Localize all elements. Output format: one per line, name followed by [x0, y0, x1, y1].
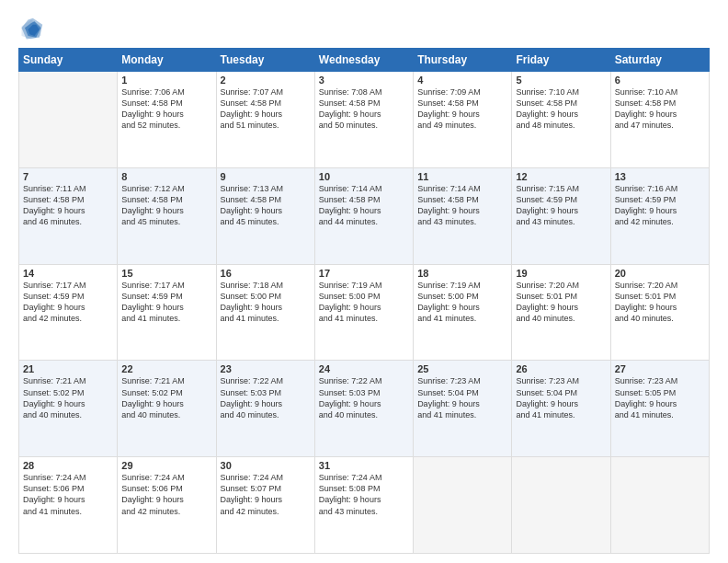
day-info: Sunrise: 7:17 AM Sunset: 4:59 PM Dayligh… [23, 280, 113, 325]
day-info: Sunrise: 7:08 AM Sunset: 4:58 PM Dayligh… [319, 86, 409, 132]
day-info: Sunrise: 7:23 AM Sunset: 5:04 PM Dayligh… [516, 375, 606, 420]
calendar-cell [610, 457, 709, 554]
day-number: 17 [319, 268, 409, 279]
day-number: 26 [516, 363, 606, 374]
day-info: Sunrise: 7:11 AM Sunset: 4:58 PM Dayligh… [23, 183, 113, 228]
day-number: 31 [319, 460, 409, 471]
calendar-cell: 7Sunrise: 7:11 AM Sunset: 4:58 PM Daylig… [19, 167, 118, 264]
day-info: Sunrise: 7:19 AM Sunset: 5:00 PM Dayligh… [319, 280, 409, 325]
day-info: Sunrise: 7:18 AM Sunset: 5:00 PM Dayligh… [221, 280, 311, 325]
calendar-cell: 20Sunrise: 7:20 AM Sunset: 5:01 PM Dayli… [610, 264, 709, 361]
calendar-cell [512, 457, 610, 554]
calendar-cell: 11Sunrise: 7:14 AM Sunset: 4:58 PM Dayli… [414, 167, 512, 264]
day-number: 11 [417, 171, 507, 182]
calendar-table: SundayMondayTuesdayWednesdayThursdayFrid… [18, 48, 710, 554]
calendar-week-row: 14Sunrise: 7:17 AM Sunset: 4:59 PM Dayli… [19, 264, 710, 361]
calendar-cell: 16Sunrise: 7:18 AM Sunset: 5:00 PM Dayli… [216, 264, 314, 361]
day-number: 28 [23, 460, 113, 471]
day-number: 9 [221, 171, 311, 182]
day-info: Sunrise: 7:20 AM Sunset: 5:01 PM Dayligh… [516, 280, 606, 325]
calendar-cell: 14Sunrise: 7:17 AM Sunset: 4:59 PM Dayli… [19, 264, 118, 361]
day-info: Sunrise: 7:14 AM Sunset: 4:58 PM Dayligh… [319, 183, 409, 228]
calendar-cell: 31Sunrise: 7:24 AM Sunset: 5:08 PM Dayli… [314, 457, 413, 554]
calendar-cell: 15Sunrise: 7:17 AM Sunset: 4:59 PM Dayli… [118, 264, 216, 361]
day-number: 20 [615, 268, 705, 279]
day-info: Sunrise: 7:23 AM Sunset: 5:05 PM Dayligh… [615, 375, 705, 420]
day-info: Sunrise: 7:10 AM Sunset: 4:58 PM Dayligh… [615, 86, 705, 132]
day-info: Sunrise: 7:09 AM Sunset: 4:58 PM Dayligh… [417, 86, 507, 132]
day-number: 21 [23, 363, 113, 374]
day-info: Sunrise: 7:13 AM Sunset: 4:58 PM Dayligh… [221, 183, 311, 228]
weekday-header-sunday: Sunday [19, 49, 118, 72]
calendar-cell: 1Sunrise: 7:06 AM Sunset: 4:58 PM Daylig… [118, 72, 216, 168]
calendar-cell: 23Sunrise: 7:22 AM Sunset: 5:03 PM Dayli… [216, 361, 314, 457]
weekday-header-wednesday: Wednesday [314, 49, 413, 72]
day-info: Sunrise: 7:20 AM Sunset: 5:01 PM Dayligh… [615, 280, 705, 325]
weekday-header-row: SundayMondayTuesdayWednesdayThursdayFrid… [19, 49, 710, 72]
day-number: 4 [417, 75, 507, 86]
calendar-cell: 10Sunrise: 7:14 AM Sunset: 4:58 PM Dayli… [314, 167, 413, 264]
day-number: 7 [23, 171, 113, 182]
calendar-cell: 19Sunrise: 7:20 AM Sunset: 5:01 PM Dayli… [512, 264, 610, 361]
day-number: 5 [516, 75, 606, 86]
day-number: 16 [221, 268, 311, 279]
day-info: Sunrise: 7:15 AM Sunset: 4:59 PM Dayligh… [516, 183, 606, 228]
calendar-cell: 2Sunrise: 7:07 AM Sunset: 4:58 PM Daylig… [216, 72, 314, 168]
day-info: Sunrise: 7:24 AM Sunset: 5:08 PM Dayligh… [319, 472, 409, 517]
weekday-header-friday: Friday [512, 49, 610, 72]
day-info: Sunrise: 7:14 AM Sunset: 4:58 PM Dayligh… [417, 183, 507, 228]
day-info: Sunrise: 7:24 AM Sunset: 5:07 PM Dayligh… [221, 472, 311, 517]
day-info: Sunrise: 7:22 AM Sunset: 5:03 PM Dayligh… [221, 375, 311, 420]
calendar-cell: 27Sunrise: 7:23 AM Sunset: 5:05 PM Dayli… [610, 361, 709, 457]
calendar-cell: 24Sunrise: 7:22 AM Sunset: 5:03 PM Dayli… [314, 361, 413, 457]
day-number: 2 [221, 75, 311, 86]
calendar-cell: 26Sunrise: 7:23 AM Sunset: 5:04 PM Dayli… [512, 361, 610, 457]
day-number: 3 [319, 75, 409, 86]
day-info: Sunrise: 7:10 AM Sunset: 4:58 PM Dayligh… [516, 86, 606, 132]
calendar-cell [19, 72, 118, 168]
day-info: Sunrise: 7:06 AM Sunset: 4:58 PM Dayligh… [121, 86, 211, 132]
day-number: 10 [319, 171, 409, 182]
weekday-header-thursday: Thursday [414, 49, 512, 72]
weekday-header-saturday: Saturday [610, 49, 709, 72]
day-number: 12 [516, 171, 606, 182]
day-info: Sunrise: 7:17 AM Sunset: 4:59 PM Dayligh… [121, 280, 211, 325]
weekday-header-monday: Monday [118, 49, 216, 72]
day-info: Sunrise: 7:21 AM Sunset: 5:02 PM Dayligh… [23, 375, 113, 420]
calendar-cell: 30Sunrise: 7:24 AM Sunset: 5:07 PM Dayli… [216, 457, 314, 554]
day-number: 27 [615, 363, 705, 374]
calendar-cell: 18Sunrise: 7:19 AM Sunset: 5:00 PM Dayli… [414, 264, 512, 361]
day-number: 29 [121, 460, 211, 471]
calendar-week-row: 1Sunrise: 7:06 AM Sunset: 4:58 PM Daylig… [19, 72, 710, 168]
calendar-cell: 12Sunrise: 7:15 AM Sunset: 4:59 PM Dayli… [512, 167, 610, 264]
day-number: 8 [121, 171, 211, 182]
day-number: 19 [516, 268, 606, 279]
day-info: Sunrise: 7:22 AM Sunset: 5:03 PM Dayligh… [319, 375, 409, 420]
day-info: Sunrise: 7:07 AM Sunset: 4:58 PM Dayligh… [221, 86, 311, 132]
day-number: 24 [319, 363, 409, 374]
day-number: 14 [23, 268, 113, 279]
calendar-cell: 21Sunrise: 7:21 AM Sunset: 5:02 PM Dayli… [19, 361, 118, 457]
calendar-week-row: 7Sunrise: 7:11 AM Sunset: 4:58 PM Daylig… [19, 167, 710, 264]
day-number: 6 [615, 75, 705, 86]
day-info: Sunrise: 7:19 AM Sunset: 5:00 PM Dayligh… [417, 280, 507, 325]
calendar-cell: 17Sunrise: 7:19 AM Sunset: 5:00 PM Dayli… [314, 264, 413, 361]
calendar-cell [414, 457, 512, 554]
day-number: 15 [121, 268, 211, 279]
day-number: 1 [121, 75, 211, 86]
calendar-cell: 4Sunrise: 7:09 AM Sunset: 4:58 PM Daylig… [414, 72, 512, 168]
calendar-cell: 5Sunrise: 7:10 AM Sunset: 4:58 PM Daylig… [512, 72, 610, 168]
calendar-cell: 22Sunrise: 7:21 AM Sunset: 5:02 PM Dayli… [118, 361, 216, 457]
logo-icon [18, 17, 44, 42]
calendar-cell: 13Sunrise: 7:16 AM Sunset: 4:59 PM Dayli… [610, 167, 709, 264]
header [18, 17, 710, 42]
day-info: Sunrise: 7:23 AM Sunset: 5:04 PM Dayligh… [417, 375, 507, 420]
calendar-cell: 8Sunrise: 7:12 AM Sunset: 4:58 PM Daylig… [118, 167, 216, 264]
calendar-cell: 3Sunrise: 7:08 AM Sunset: 4:58 PM Daylig… [314, 72, 413, 168]
day-info: Sunrise: 7:16 AM Sunset: 4:59 PM Dayligh… [615, 183, 705, 228]
calendar-cell: 9Sunrise: 7:13 AM Sunset: 4:58 PM Daylig… [216, 167, 314, 264]
day-number: 30 [221, 460, 311, 471]
weekday-header-tuesday: Tuesday [216, 49, 314, 72]
day-info: Sunrise: 7:24 AM Sunset: 5:06 PM Dayligh… [121, 472, 211, 517]
logo [18, 17, 48, 42]
